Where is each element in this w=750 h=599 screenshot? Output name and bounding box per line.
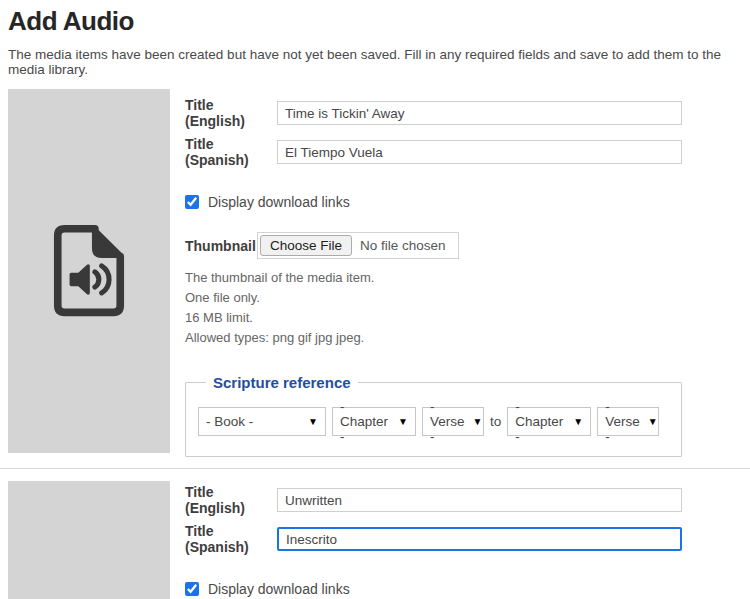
thumbnail-help: The thumbnail of the media item. One fil… [185, 268, 682, 348]
title-spanish-label: Title (Spanish) [185, 136, 277, 168]
page-title: Add Audio [8, 6, 742, 37]
display-download-links-label: Display download links [208, 194, 350, 210]
title-english-label: Title (English) [185, 97, 277, 129]
thumbnail-label: Thumbnail [185, 238, 257, 254]
title-english-label: Title (English) [185, 484, 277, 516]
choose-file-button[interactable]: Choose File [260, 235, 352, 256]
scripture-reference-legend: Scripture reference [206, 374, 358, 391]
display-download-links-checkbox[interactable] [185, 195, 199, 209]
page-description: The media items have been created but ha… [8, 47, 742, 77]
media-item-1-form: Title (English) Title (Spanish) Display … [170, 89, 682, 457]
help-line: One file only. [185, 288, 682, 308]
display-download-links-label: Display download links [208, 581, 350, 597]
title-spanish-input[interactable] [277, 527, 682, 551]
chevron-down-icon: ▼ [473, 416, 483, 427]
media-item-2: Title (English) Title (Spanish) Display … [8, 481, 742, 599]
verse-select-value: - Verse - [605, 399, 640, 444]
chapter-select-value: - Chapter - [515, 399, 565, 444]
thumbnail-file-widget: Choose File No file chosen [257, 232, 459, 259]
chevron-down-icon: ▼ [398, 416, 408, 427]
help-line: Allowed types: png gif jpg jpeg. [185, 328, 682, 348]
chapter-to-select[interactable]: - Chapter - ▼ [507, 407, 591, 436]
audio-thumbnail-placeholder [8, 89, 170, 453]
display-download-links-checkbox[interactable] [185, 582, 199, 596]
media-item-1: Title (English) Title (Spanish) Display … [8, 89, 742, 457]
section-divider [0, 468, 750, 469]
media-item-2-form: Title (English) Title (Spanish) Display … [170, 481, 682, 599]
verse-from-select[interactable]: - Verse - ▼ [422, 407, 484, 436]
no-file-chosen-text: No file chosen [352, 238, 456, 253]
chapter-select-value: - Chapter - [340, 399, 390, 444]
title-english-input[interactable] [277, 101, 682, 125]
add-audio-page: Add Audio The media items have been crea… [0, 0, 750, 599]
title-spanish-label: Title (Spanish) [185, 523, 277, 555]
chevron-down-icon: ▼ [308, 416, 318, 427]
scripture-reference-fieldset: Scripture reference - Book - ▼ - Chapter… [185, 374, 682, 457]
verse-to-select[interactable]: - Verse - ▼ [597, 407, 659, 436]
help-line: The thumbnail of the media item. [185, 268, 682, 288]
book-select[interactable]: - Book - ▼ [198, 407, 326, 436]
to-label: to [490, 414, 501, 429]
help-line: 16 MB limit. [185, 308, 682, 328]
title-english-input[interactable] [277, 488, 682, 512]
book-select-value: - Book - [206, 414, 253, 429]
verse-select-value: - Verse - [430, 399, 465, 444]
chapter-from-select[interactable]: - Chapter - ▼ [332, 407, 416, 436]
audio-file-icon [51, 222, 127, 320]
audio-thumbnail-placeholder [8, 481, 170, 599]
chevron-down-icon: ▼ [573, 416, 583, 427]
title-spanish-input[interactable] [277, 140, 682, 164]
chevron-down-icon: ▼ [648, 416, 658, 427]
